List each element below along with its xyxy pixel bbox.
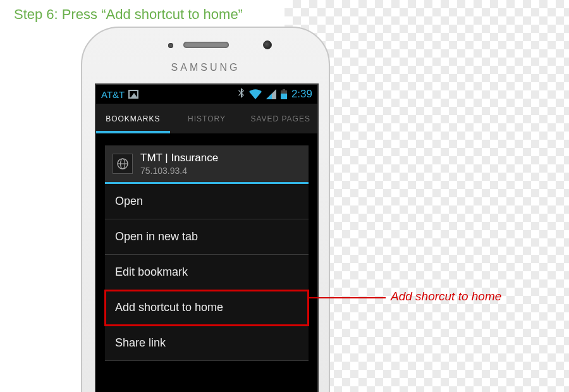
tab-saved-label: SAVED PAGES [250,114,310,123]
battery-icon [281,89,287,99]
tab-bookmarks[interactable]: BOOKMARKS [96,104,170,133]
device-brand: SAMSUNG [82,62,329,83]
callout-label: Add shorcut to home [391,290,501,303]
menu-share-link[interactable]: Share link [105,326,309,361]
bookmark-subtitle: 75.103.93.4 [140,166,218,176]
tab-history[interactable]: HISTORY [170,104,244,133]
context-menu: Open Open in new tab Edit bookmark Add s… [105,184,309,361]
svg-rect-1 [283,89,285,90]
tab-history-label: HISTORY [188,114,226,123]
menu-edit-bookmark[interactable]: Edit bookmark [105,255,309,290]
bookmark-favicon [113,154,133,174]
signal-icon [266,89,276,99]
earpiece-speaker [183,42,229,48]
picture-notification-icon [128,90,138,99]
clock-label: 2:39 [291,88,312,101]
proximity-sensor [168,43,173,48]
status-bar: AT&T 2:39 [96,85,317,104]
bluetooth-icon [238,88,245,101]
menu-add-shortcut[interactable]: Add shortcut to home [105,290,309,326]
phone-screen: AT&T 2:39 BOOKMARKS [95,83,319,392]
tab-bar: BOOKMARKS HISTORY SAVED PAGES [96,104,317,134]
phone-frame: SAMSUNG AT&T 2:39 [81,27,330,392]
menu-open[interactable]: Open [105,184,309,219]
phone-top-hardware [82,28,329,62]
globe-icon [116,157,129,170]
callout-line [309,297,386,298]
tab-bookmarks-label: BOOKMARKS [106,114,160,123]
bookmark-title: TMT | Insurance [140,152,218,164]
bookmark-header: TMT | Insurance 75.103.93.4 [105,145,309,184]
menu-open-new-tab[interactable]: Open in new tab [105,219,309,255]
tab-saved-pages[interactable]: SAVED PAGES [243,104,317,133]
carrier-label: AT&T [101,89,125,100]
svg-rect-2 [281,94,287,99]
step-title: Step 6: Press “Add shortcut to home” [14,6,243,23]
wifi-icon [249,89,262,99]
front-camera [263,40,272,49]
